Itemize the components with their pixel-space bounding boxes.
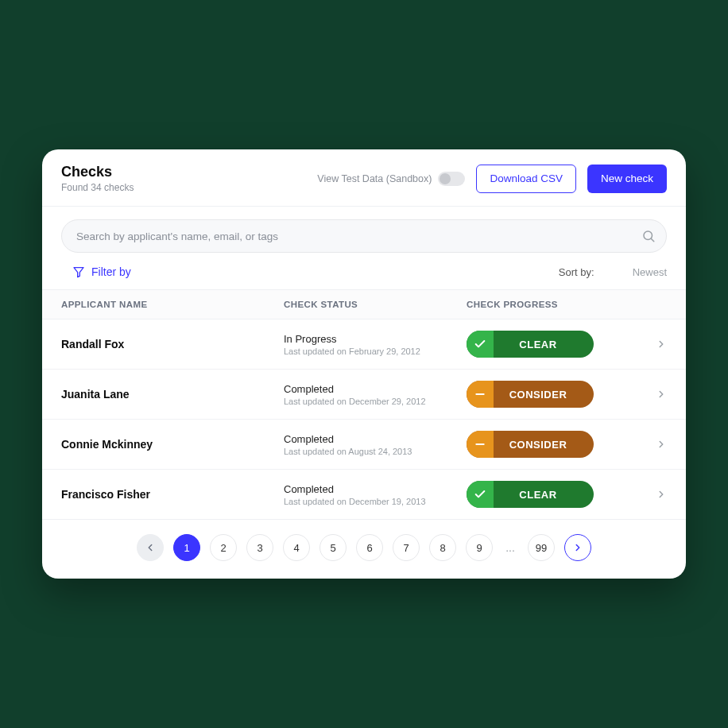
progress-label: CONSIDER <box>494 439 594 451</box>
svg-marker-2 <box>74 268 83 277</box>
col-check-progress: CHECK PROGRESS <box>467 300 635 309</box>
progress-pill: CLEAR <box>467 481 594 508</box>
status-text: Completed <box>284 433 467 445</box>
search-wrap <box>42 207 686 253</box>
pagination-page-button[interactable]: 2 <box>210 534 237 561</box>
table-body: Randall FoxIn ProgressLast updated on Fe… <box>42 319 686 520</box>
check-progress: CLEAR <box>467 331 635 358</box>
pagination-page-button[interactable]: 9 <box>466 534 493 561</box>
pagination-page-button[interactable]: 3 <box>246 534 273 561</box>
pagination-page-button[interactable]: 4 <box>283 534 310 561</box>
sandbox-label: View Test Data (Sandbox) <box>317 173 432 184</box>
table-row[interactable]: Randall FoxIn ProgressLast updated on Fe… <box>42 319 686 370</box>
pagination-page-button[interactable]: 99 <box>528 534 555 561</box>
progress-pill: CONSIDER <box>467 381 594 408</box>
col-check-status: CHECK STATUS <box>284 300 467 309</box>
check-status: In ProgressLast updated on February 29, … <box>284 333 467 356</box>
progress-label: CONSIDER <box>494 389 594 401</box>
minus-icon <box>467 431 494 458</box>
filter-row: Filter by Sort by: Newest <box>42 253 686 289</box>
checks-table: APPLICANT NAME CHECK STATUS CHECK PROGRE… <box>42 289 686 520</box>
check-status: CompletedLast updated on December 29, 20… <box>284 383 467 406</box>
toggle-knob <box>440 173 451 184</box>
table-row[interactable]: Connie MckinneyCompletedLast updated on … <box>42 420 686 470</box>
pagination-page-button[interactable]: 5 <box>319 534 347 561</box>
filter-label: Filter by <box>91 265 131 278</box>
check-status: CompletedLast updated on December 19, 20… <box>284 483 467 506</box>
search-input[interactable] <box>61 219 667 253</box>
status-text: Completed <box>284 483 467 495</box>
table-row[interactable]: Francisco FisherCompletedLast updated on… <box>42 470 686 520</box>
status-updated: Last updated on December 19, 2013 <box>284 497 467 506</box>
sort-value[interactable]: Newest <box>633 266 667 278</box>
sort-label: Sort by: <box>559 266 594 278</box>
filter-by-button[interactable]: Filter by <box>61 265 131 278</box>
pagination: 123456789...99 <box>42 520 686 579</box>
applicant-name: Randall Fox <box>61 338 284 350</box>
progress-pill: CLEAR <box>467 331 594 358</box>
progress-label: CLEAR <box>494 339 594 350</box>
applicant-name: Juanita Lane <box>61 388 284 401</box>
filter-icon <box>72 265 85 278</box>
checks-card: Checks Found 34 checks View Test Data (S… <box>42 149 686 579</box>
download-csv-button[interactable]: Download CSV <box>476 165 576 193</box>
check-status: CompletedLast updated on August 24, 2013 <box>284 433 467 456</box>
applicant-name: Francisco Fisher <box>61 488 284 501</box>
row-chevron-icon[interactable] <box>635 389 667 400</box>
check-icon <box>467 481 494 508</box>
pagination-ellipsis: ... <box>502 541 518 554</box>
table-header: APPLICANT NAME CHECK STATUS CHECK PROGRE… <box>42 289 686 319</box>
minus-icon <box>467 381 494 408</box>
pagination-next-button[interactable] <box>564 534 591 561</box>
progress-pill: CONSIDER <box>467 431 594 458</box>
pagination-page-button[interactable]: 6 <box>356 534 383 561</box>
sort: Sort by: Newest <box>559 266 667 278</box>
results-count: Found 34 checks <box>61 182 134 193</box>
check-icon <box>467 331 494 358</box>
progress-label: CLEAR <box>494 489 594 501</box>
svg-point-0 <box>644 231 652 240</box>
status-updated: Last updated on December 29, 2012 <box>284 397 467 406</box>
col-applicant-name: APPLICANT NAME <box>61 300 284 309</box>
row-chevron-icon[interactable] <box>635 489 667 500</box>
status-text: In Progress <box>284 333 467 345</box>
pagination-page-button[interactable]: 8 <box>429 534 456 561</box>
row-chevron-icon[interactable] <box>635 439 667 450</box>
applicant-name: Connie Mckinney <box>61 438 284 451</box>
check-progress: CONSIDER <box>467 431 635 458</box>
sandbox-toggle[interactable] <box>438 172 465 186</box>
col-actions <box>635 300 667 309</box>
sandbox-toggle-wrap: View Test Data (Sandbox) <box>317 172 465 186</box>
status-updated: Last updated on August 24, 2013 <box>284 447 467 456</box>
status-updated: Last updated on February 29, 2012 <box>284 347 467 356</box>
status-text: Completed <box>284 383 467 395</box>
svg-line-1 <box>651 238 653 241</box>
table-row[interactable]: Juanita LaneCompletedLast updated on Dec… <box>42 370 686 420</box>
check-progress: CONSIDER <box>467 381 635 408</box>
search <box>61 219 667 253</box>
row-chevron-icon[interactable] <box>635 339 667 350</box>
header-right: View Test Data (Sandbox) Download CSV Ne… <box>317 165 667 193</box>
pagination-page-button[interactable]: 7 <box>393 534 420 561</box>
header: Checks Found 34 checks View Test Data (S… <box>42 149 686 206</box>
check-progress: CLEAR <box>467 481 635 508</box>
pagination-prev-button[interactable] <box>137 534 164 561</box>
new-check-button[interactable]: New check <box>587 165 667 193</box>
search-icon <box>641 229 656 243</box>
pagination-page-button[interactable]: 1 <box>173 534 200 561</box>
page-title: Checks <box>61 164 134 180</box>
header-left: Checks Found 34 checks <box>61 164 134 193</box>
